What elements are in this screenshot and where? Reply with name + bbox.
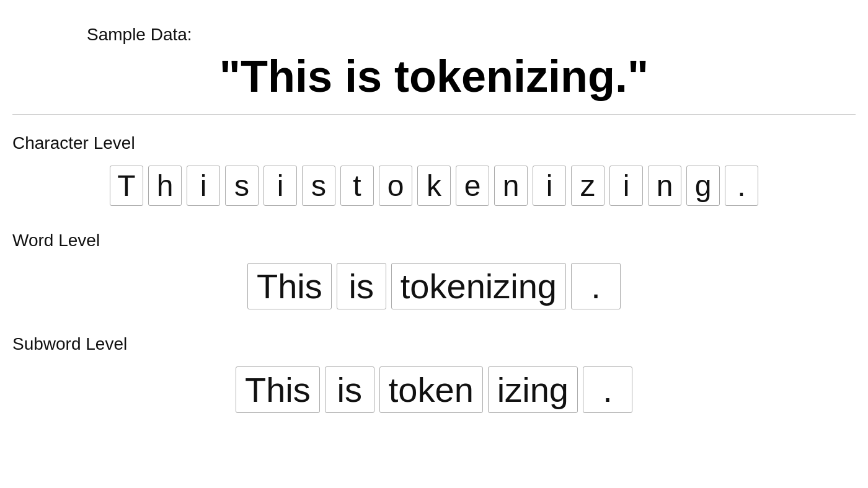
char-token-11: i	[533, 166, 566, 206]
word-level-tokens: Thisistokenizing.	[12, 263, 856, 309]
char-token-1: h	[148, 166, 182, 206]
char-token-15: g	[686, 166, 720, 206]
section-divider	[12, 114, 856, 115]
char-token-6: t	[340, 166, 374, 206]
sample-data-text: "This is tokenizing."	[12, 51, 856, 102]
char-token-13: i	[609, 166, 643, 206]
char-token-3: s	[225, 166, 259, 206]
subword-token-0: This	[236, 366, 320, 413]
subword-level-label: Subword Level	[12, 334, 856, 354]
word-token-2: tokenizing	[391, 263, 566, 309]
char-token-10: n	[494, 166, 528, 206]
subword-level-tokens: Thisistokenizing.	[12, 366, 856, 413]
word-token-0: This	[247, 263, 332, 309]
word-token-1: is	[337, 263, 386, 309]
char-token-0: T	[110, 166, 143, 206]
subword-token-4: .	[583, 366, 632, 413]
char-token-8: k	[417, 166, 451, 206]
sample-data-label: Sample Data:	[87, 25, 192, 45]
char-token-12: z	[571, 166, 604, 206]
char-token-14: n	[648, 166, 681, 206]
char-token-16: .	[725, 166, 758, 206]
subword-token-2: token	[379, 366, 483, 413]
char-token-4: i	[264, 166, 297, 206]
char-token-9: e	[456, 166, 489, 206]
char-token-2: i	[187, 166, 220, 206]
subword-token-3: izing	[488, 366, 578, 413]
character-level-label: Character Level	[12, 133, 856, 153]
character-level-tokens: Thisistokenizing.	[12, 166, 856, 206]
subword-level-section: Subword Level Thisistokenizing.	[12, 334, 856, 413]
sample-data-section: Sample Data: "This is tokenizing."	[12, 25, 856, 102]
word-level-section: Word Level Thisistokenizing.	[12, 231, 856, 309]
character-level-section: Character Level Thisistokenizing.	[12, 133, 856, 206]
subword-token-1: is	[325, 366, 374, 413]
char-token-5: s	[302, 166, 335, 206]
word-level-label: Word Level	[12, 231, 856, 251]
word-token-3: .	[571, 263, 621, 309]
char-token-7: o	[379, 166, 412, 206]
